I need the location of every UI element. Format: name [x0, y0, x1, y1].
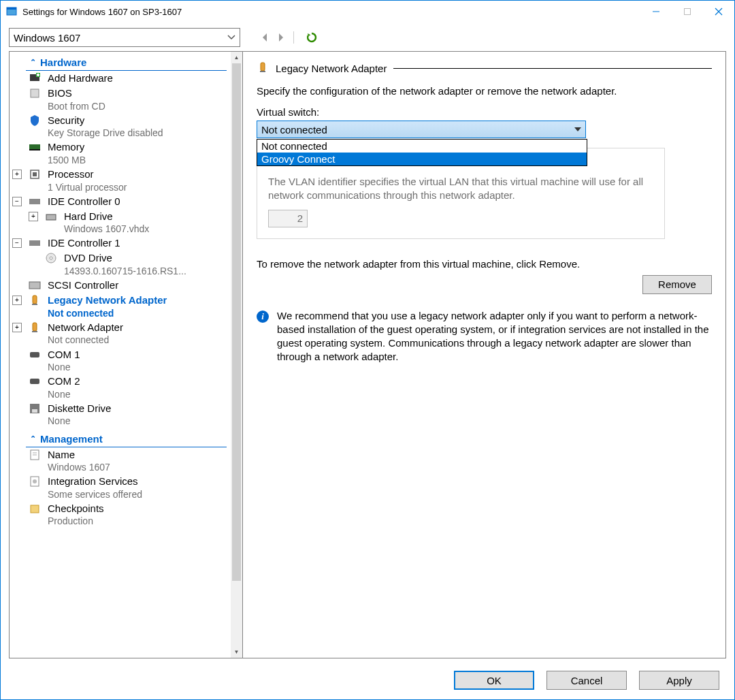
svg-rect-16	[46, 214, 56, 220]
svg-rect-23	[33, 323, 37, 331]
virtual-switch-dropdown: Not connected Groovy Connect	[257, 139, 587, 166]
apply-button[interactable]: Apply	[639, 671, 719, 690]
harddrive-icon	[45, 210, 57, 223]
services-icon	[29, 475, 41, 488]
panel-title: Legacy Network Adapter	[276, 63, 387, 74]
tree-integration-services[interactable]: Integration ServicesSome services offere…	[10, 474, 231, 501]
tree-hard-drive[interactable]: + Hard DriveWindows 1607.vhdx	[10, 209, 231, 236]
tree-memory[interactable]: Memory1500 MB	[10, 140, 231, 167]
svg-rect-24	[32, 331, 37, 332]
expand-icon[interactable]: +	[12, 296, 22, 305]
checkpoint-icon	[29, 503, 41, 515]
ok-button[interactable]: OK	[454, 671, 534, 690]
svg-rect-10	[31, 89, 39, 97]
remove-instruction: To remove the network adapter from this …	[257, 258, 712, 270]
svg-rect-17	[29, 240, 40, 246]
name-icon	[29, 449, 41, 461]
svg-rect-35	[261, 63, 265, 71]
virtual-switch-value: Not connected	[261, 124, 327, 136]
svg-rect-36	[260, 71, 265, 72]
info-icon: i	[257, 311, 269, 323]
expand-icon[interactable]: +	[12, 170, 22, 179]
svg-rect-1	[7, 7, 16, 10]
tree-bios[interactable]: BIOSBoot from CD	[10, 86, 231, 113]
network-adapter-icon	[29, 321, 41, 334]
expand-icon[interactable]: +	[12, 323, 22, 332]
vm-selector[interactable]: Windows 1607	[9, 28, 240, 47]
tree-ide0[interactable]: − IDE Controller 0	[10, 194, 231, 209]
tree-legacy-network-adapter[interactable]: + Legacy Network AdapterNot connected	[10, 293, 231, 320]
scrollbar[interactable]: ▲ ▼	[231, 52, 242, 658]
window-title: Settings for Windows 1607 on SP3-1607	[22, 7, 640, 17]
virtual-switch-combo[interactable]: Not connected Not connected Groovy Conne…	[257, 121, 586, 138]
svg-rect-9	[37, 74, 39, 76]
tree-diskette[interactable]: Diskette DriveNone	[10, 401, 231, 428]
svg-rect-22	[32, 304, 37, 305]
memory-icon	[29, 141, 41, 153]
tree-checkpoints[interactable]: CheckpointsProduction	[10, 501, 231, 528]
svg-rect-15	[29, 199, 40, 204]
chevron-down-icon	[574, 127, 581, 131]
expand-icon[interactable]: +	[29, 212, 38, 221]
refresh-button[interactable]	[305, 31, 318, 44]
vlan-id-input[interactable]: 2	[268, 210, 308, 227]
virtual-switch-label: Virtual switch:	[257, 106, 712, 118]
tree-add-hardware[interactable]: Add Hardware	[10, 71, 231, 86]
network-adapter-icon	[257, 61, 269, 76]
nav-back-button[interactable]	[258, 31, 272, 44]
controller-icon	[29, 195, 41, 208]
hardware-icon	[29, 72, 41, 84]
collapse-icon[interactable]: −	[12, 197, 22, 206]
tree-com1[interactable]: COM 1None	[10, 347, 231, 375]
scroll-down-icon[interactable]: ▼	[231, 646, 242, 658]
nav-forward-button[interactable]	[274, 31, 288, 44]
maximize-button[interactable]	[672, 1, 703, 22]
scroll-up-icon[interactable]: ▲	[231, 52, 242, 63]
svg-rect-25	[30, 352, 39, 357]
chevron-down-icon	[227, 33, 235, 42]
collapse-icon: ⌃	[30, 58, 36, 67]
svg-point-33	[33, 479, 37, 483]
management-section-header[interactable]: ⌃ Management	[26, 431, 227, 447]
close-button[interactable]	[703, 1, 734, 22]
titlebar: Settings for Windows 1607 on SP3-1607	[1, 1, 734, 22]
tree-scsi[interactable]: SCSI Controller	[10, 278, 231, 293]
svg-point-19	[50, 257, 52, 259]
tree-dvd-drive[interactable]: DVD Drive14393.0.160715-1616.RS1...	[10, 251, 231, 278]
tree-ide1[interactable]: − IDE Controller 1	[10, 236, 231, 251]
svg-rect-3	[685, 9, 691, 15]
tree-network-adapter[interactable]: + Network AdapterNot connected	[10, 320, 231, 347]
minimize-button[interactable]	[640, 1, 672, 22]
collapse-icon[interactable]: −	[12, 238, 22, 248]
shield-icon	[29, 114, 41, 127]
settings-tree: ⌃ Hardware Add Hardware BIOSBoot from CD…	[9, 51, 243, 658]
serial-port-icon	[29, 375, 41, 387]
separator	[293, 31, 294, 44]
tree-name[interactable]: NameWindows 1607	[10, 447, 231, 475]
vlan-description: The VLAN identifier specifies the virtua…	[268, 175, 653, 203]
svg-rect-20	[29, 282, 40, 289]
cpu-icon	[29, 168, 41, 180]
cancel-button[interactable]: Cancel	[546, 671, 627, 690]
tree-security[interactable]: SecurityKey Storage Drive disabled	[10, 113, 231, 140]
svg-rect-11	[29, 144, 40, 149]
svg-rect-14	[33, 172, 37, 176]
collapse-icon: ⌃	[30, 434, 36, 443]
scroll-thumb[interactable]	[232, 63, 241, 581]
network-adapter-icon	[29, 294, 41, 306]
svg-rect-12	[29, 149, 40, 150]
serial-port-icon	[29, 349, 41, 361]
remove-button[interactable]: Remove	[642, 275, 712, 294]
floppy-icon	[29, 402, 41, 415]
disc-icon	[45, 252, 57, 264]
settings-panel: Legacy Network Adapter Specify the confi…	[243, 51, 726, 658]
svg-rect-26	[30, 379, 39, 384]
dropdown-option-not-connected[interactable]: Not connected	[257, 140, 587, 153]
hardware-section-header[interactable]: ⌃ Hardware	[26, 54, 227, 71]
svg-rect-34	[31, 505, 39, 513]
chip-icon	[29, 87, 41, 99]
tree-com2[interactable]: COM 2None	[10, 374, 231, 401]
tree-processor[interactable]: + Processor1 Virtual processor	[10, 167, 231, 194]
dropdown-option-groovy-connect[interactable]: Groovy Connect	[257, 153, 587, 165]
panel-description: Specify the configuration of the network…	[257, 85, 712, 97]
